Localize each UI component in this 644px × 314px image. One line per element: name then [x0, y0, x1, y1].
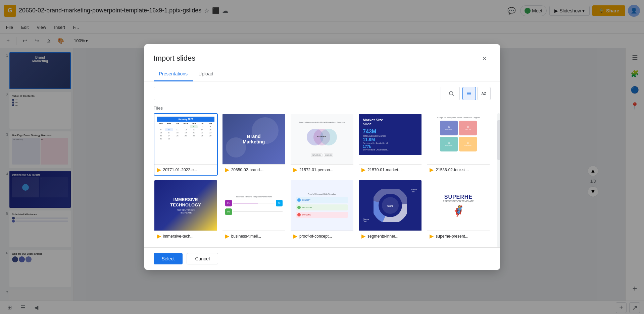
file-info-9: ▶ segments-inner...	[359, 231, 422, 241]
file-thumb-10: SUPERHE PRESENTATION TEMPLATE 🦸	[427, 180, 490, 231]
file-icon-5: ▶	[430, 167, 434, 173]
file-name-7: business-timeli...	[231, 234, 261, 239]
cancel-button[interactable]: Cancel	[187, 253, 218, 264]
file-icon-1: ▶	[157, 167, 161, 173]
segments-diagram: Core SampleText SampleText	[374, 189, 407, 222]
file-info-10: ▶ superhe-present...	[427, 231, 490, 241]
view-toggle: AZ	[462, 87, 491, 100]
select-button[interactable]: Select	[154, 253, 183, 264]
file-thumb-6: IMMERSIVETECHNOLOGY PRESENTATIONTEMPLATE	[154, 180, 217, 231]
market-stats: 743M Total Available Market 11.9M Servic…	[363, 129, 390, 151]
thumb-brand-inner: BrandMarketing	[222, 114, 285, 164]
immersive-thumb: IMMERSIVETECHNOLOGY PRESENTATIONTEMPLATE	[154, 180, 217, 231]
file-thumb-3: Personal Accountability Model PowerPoint…	[291, 114, 353, 164]
file-name-8: proof-of-concept...	[299, 234, 332, 239]
list-view-btn[interactable]	[462, 87, 476, 100]
superhe-title: SUPERHE	[443, 194, 474, 200]
timeline-thumb: Business Timeline Template PowerPoint P1…	[222, 180, 285, 231]
file-name-5: 21536-02-four-st...	[436, 168, 469, 172]
superhe-subtitle: PRESENTATION TEMPLATE	[443, 200, 474, 202]
venn-diagram: INTENTION	[305, 125, 339, 152]
import-slides-modal: Import slides × Presentations Upload	[144, 44, 500, 270]
file-thumb-4: Market SizeSlide 743M Total Available Ma…	[359, 114, 422, 164]
files-grid: January 2022 Sun Mon Tue Wed Thu Fri Sat	[144, 113, 500, 247]
superhe-content: SUPERHE PRESENTATION TEMPLATE 🦸	[443, 194, 474, 217]
file-card-10[interactable]: SUPERHE PRESENTATION TEMPLATE 🦸 ▶ superh…	[426, 180, 490, 242]
file-info-7: ▶ business-timeli...	[222, 231, 285, 241]
file-card-8[interactable]: Proof of Concept Slide Template CONCEPT …	[290, 180, 354, 242]
cycle-thumb: 4 Steps Square Cycle Chevron PowerPoint …	[427, 114, 490, 164]
file-thumb-8: Proof of Concept Slide Template CONCEPT …	[291, 180, 353, 231]
files-label: Files	[144, 106, 500, 113]
tab-presentations[interactable]: Presentations	[154, 67, 193, 81]
segments-svg: Core	[374, 189, 407, 222]
poc-title: Proof of Concept Slide Template	[308, 193, 337, 195]
search-input[interactable]	[154, 87, 441, 100]
timeline-title: Business Timeline Template PowerPoint	[236, 196, 272, 198]
cycle-title: 4 Steps Square Cycle Chevron PowerPoint …	[437, 117, 480, 119]
file-name-1: 20771-01-2022-c...	[163, 168, 197, 172]
file-icon-7: ▶	[225, 233, 229, 239]
file-icon-10: ▶	[430, 233, 434, 239]
search-button[interactable]	[444, 87, 460, 100]
file-info-8: ▶ proof-of-concept...	[291, 231, 353, 241]
immersive-title: IMMERSIVETECHNOLOGY	[170, 197, 201, 207]
superhe-thumb: SUPERHE PRESENTATION TEMPLATE 🦸	[427, 180, 490, 231]
choice-label: CHOICE	[324, 153, 333, 157]
situation-label: SITUATION	[311, 153, 323, 157]
cycle-grid: 01Placeholder 02Insert Text 03Placeholde…	[440, 121, 477, 151]
tab-upload[interactable]: Upload	[193, 67, 218, 81]
modal-footer: Select Cancel	[144, 247, 500, 270]
file-thumb-7: Business Timeline Template PowerPoint P1…	[222, 180, 285, 231]
legend: SITUATION CHOICE	[311, 153, 333, 157]
modal-search-row: AZ	[144, 81, 500, 106]
modal-close-button[interactable]: ×	[479, 52, 491, 64]
files-section: January 2022 Sun Mon Tue Wed Thu Fri Sat	[144, 113, 500, 247]
az-sort-btn[interactable]: AZ	[477, 87, 491, 100]
file-name-2: 20650-02-brand-...	[231, 168, 264, 172]
file-name-3: 21572-01-person...	[299, 168, 333, 172]
file-info-4: ▶ 21570-01-market...	[359, 164, 422, 175]
file-card-2[interactable]: BrandMarketing ▶ 20650-02-brand-...	[222, 113, 286, 176]
personal-thumb: Personal Accountability Model PowerPoint…	[291, 114, 353, 164]
file-info-2: ▶ 20650-02-brand-...	[222, 164, 285, 175]
cycle-4: 04Placeholder	[459, 137, 477, 151]
file-thumb-9: Core SampleText SampleText	[359, 180, 422, 231]
file-card-1[interactable]: January 2022 Sun Mon Tue Wed Thu Fri Sat	[154, 113, 218, 176]
stat-2-label: Serviceable Available M...	[363, 142, 390, 144]
file-card-7[interactable]: Business Timeline Template PowerPoint P1…	[222, 180, 286, 242]
file-info-3: ▶ 21572-01-person...	[291, 164, 353, 175]
modal-title: Import slides	[154, 54, 196, 63]
modal-scrollbar[interactable]	[497, 113, 500, 247]
file-name-4: 21570-01-market...	[367, 168, 401, 172]
file-info-5: ▶ 21536-02-four-st...	[427, 164, 490, 175]
market-title: Market SizeSlide	[363, 118, 383, 126]
stat-3-label: Serviceable Obtainable...	[363, 148, 390, 151]
file-icon-3: ▶	[293, 167, 297, 173]
file-card-4[interactable]: Market SizeSlide 743M Total Available Ma…	[358, 113, 422, 176]
file-name-10: superhe-present...	[436, 234, 468, 239]
timeline-content: P1 P2 P3	[225, 200, 283, 215]
hero-icon: 🦸	[443, 204, 474, 217]
file-card-5[interactable]: 4 Steps Square Cycle Chevron PowerPoint …	[426, 113, 490, 176]
immersive-subtitle: PRESENTATIONTEMPLATE	[170, 209, 201, 214]
modal-overlay: Import slides × Presentations Upload	[0, 0, 644, 314]
poc-content: CONCEPT DISCOVERY OUTCOME	[296, 197, 348, 218]
file-name-9: segments-inner...	[367, 234, 398, 239]
stat-1-label: Total Available Market	[363, 135, 390, 137]
file-info-1: ▶ 20771-01-2022-c...	[154, 164, 217, 175]
file-thumb-1: January 2022 Sun Mon Tue Wed Thu Fri Sat	[154, 114, 217, 164]
file-card-3[interactable]: Personal Accountability Model PowerPoint…	[290, 113, 354, 176]
poc-thumb: Proof of Concept Slide Template CONCEPT …	[291, 180, 353, 231]
file-thumb-5: 4 Steps Square Cycle Chevron PowerPoint …	[427, 114, 490, 164]
file-thumb-2: BrandMarketing	[222, 114, 285, 164]
file-card-9[interactable]: Core SampleText SampleText ▶ segments-in…	[358, 180, 422, 242]
svg-line-1	[452, 95, 453, 96]
file-card-6[interactable]: IMMERSIVETECHNOLOGY PRESENTATIONTEMPLATE…	[154, 180, 218, 242]
svg-text:Core: Core	[387, 204, 394, 207]
cycle-3: 03Placeholder	[440, 137, 458, 151]
file-icon-9: ▶	[361, 233, 365, 239]
cal-grid: Sun Mon Tue Wed Thu Fri Sat	[157, 122, 214, 140]
cal-header: January 2022	[157, 117, 214, 122]
brand-text: BrandMarketing	[243, 134, 265, 144]
